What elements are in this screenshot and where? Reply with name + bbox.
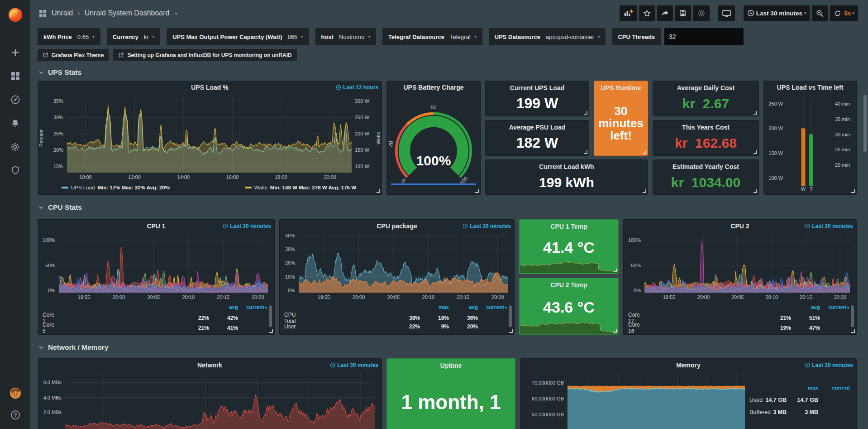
y-axis-unit: Watts [376,129,381,148]
chevron-down-icon [38,70,44,75]
memory-chart[interactable] [568,373,745,429]
star-button[interactable] [639,5,655,21]
variable-currency[interactable]: Currency kr ▾ [107,28,160,45]
link-ups-monitoring-guide[interactable]: Setting up Grafana and InfluxDB for UPS … [113,49,296,61]
external-link-icon [43,52,48,58]
breadcrumb-root[interactable]: Unraid [52,9,73,17]
add-icon[interactable] [10,47,21,58]
legend-scrollbar[interactable] [269,305,272,327]
server-admin-shield-icon[interactable] [10,164,21,176]
x-axis: 19:5520:0020:0520:1020:1520:20 [299,293,508,302]
legend-col-avg[interactable]: avg [791,304,820,310]
legend-scrollbar[interactable] [851,305,854,327]
share-button[interactable] [657,5,673,21]
section-network-memory[interactable]: Network / Memory [38,342,857,353]
panel-time-override[interactable]: Last 30 minutes [805,223,853,229]
refresh-picker[interactable]: 5s ▾ [830,5,858,21]
legend-ups-load[interactable]: UPS Load Min: 17% Max: 32% Avg: 20% [62,185,170,190]
clock-icon [330,362,335,368]
variable-kwh-price[interactable]: kWh Price 0.65 ▾ [38,28,100,45]
stat-value: 199 kWh [486,170,648,194]
panel-title[interactable]: UPS Battery Charge [387,81,480,94]
clock-icon [805,223,810,229]
legend-row[interactable]: Used14.7 GB14.7 GB [749,394,850,406]
panel-time-override[interactable]: Last 30 minutes [805,362,853,368]
dashboards-icon[interactable] [10,70,21,82]
y-axis-left: 35%30%25%20%15% [38,95,67,173]
y-axis-left: 250 W200 W150 W100 W [764,95,787,194]
legend-row[interactable]: User22%9%20% [284,322,507,332]
panel-time-override[interactable]: Last 30 minutes [463,223,511,229]
stat-value: kr 2.67 [653,92,758,116]
legend-row[interactable]: CPU Total38%18%36% [284,312,507,322]
caret-down-icon: ▾ [368,34,370,39]
cycle-view-monitor-button[interactable] [718,5,735,21]
legend-col-avg[interactable]: avg [449,304,478,310]
cpu-package-legend: maxavgcurrent ▾CPU Total38%18%36%User22%… [280,302,514,334]
network-chart[interactable] [65,373,375,429]
configuration-gear-icon[interactable] [10,141,21,153]
help-icon[interactable]: ? [10,409,21,421]
variable-telegraf-datasource[interactable]: Telegraf Datasource Telegraf ▾ [382,28,482,45]
variable-ups-max-output[interactable]: UPS Max Output Power Capacity (Watt) 865… [167,28,309,45]
y-axis-left: 100%50%0% [38,234,59,293]
breadcrumb-caret-icon[interactable]: ▾ [175,11,177,16]
clock-icon [223,223,228,229]
legend-col-current[interactable]: current ▾ [820,304,849,310]
section-cpu-stats[interactable]: CPU Stats [38,202,857,213]
page-scrollbar[interactable] [863,95,867,152]
cpu1-chart[interactable] [59,234,268,293]
zoom-out-button[interactable] [812,5,828,21]
clock-icon [336,85,341,90]
legend-row[interactable]: Buffered3 MB3 MB [749,406,850,418]
variable-ups-datasource[interactable]: UPS Datasource apcupsd-container ▾ [489,28,606,45]
panel-title[interactable]: UPS Load % [38,81,382,94]
legend-watts[interactable]: Watts Min: 148 W Max: 278 W Avg: 175 W [245,185,356,190]
legend-col-max[interactable]: max [420,304,449,310]
legend-row[interactable]: Core 521%41% [43,322,267,332]
panel-title[interactable]: UPS Load vs Time left [764,81,856,94]
alerting-bell-icon[interactable] [10,117,21,129]
save-button[interactable] [675,5,691,21]
svg-text:50: 50 [430,104,437,110]
cpu2-chart[interactable] [644,234,850,293]
load-vs-time-chart[interactable] [787,95,832,194]
stat-value: 199 W [486,92,589,116]
time-range-picker[interactable]: Last 30 minutes ▾ [744,5,810,21]
breadcrumb-current[interactable]: Unraid System Dashboard [85,9,170,17]
panel-cpu1-temp: CPU 1 Temp 41.4 °C [519,219,619,274]
y-axis-left: 40%30%20%10%0% [280,234,299,293]
panel-uptime: Uptime 1 month, 1 [386,358,515,429]
legend-scrollbar[interactable] [509,305,512,327]
add-panel-button[interactable] [620,5,637,21]
legend-col-avg[interactable]: avg [209,304,238,310]
panel-time-override[interactable]: Last 30 minutes [330,362,378,368]
cpu-threads-input[interactable] [664,28,744,45]
cpu2-temp-sparkline [520,317,618,334]
legend-row[interactable]: Core 122%42% [43,312,267,322]
legend-col-max[interactable]: max [787,385,818,390]
settings-gear-button[interactable] [693,5,710,21]
dashboard-grid-icon[interactable] [38,9,47,18]
panel-this-years-cost: This Years Cost kr 162.68 [653,120,759,156]
legend-col-current[interactable]: current ▾ [478,304,507,310]
section-ups-stats[interactable]: UPS Stats [38,67,857,78]
legend-col-current[interactable]: current [818,385,850,390]
cpu-package-chart[interactable] [299,234,508,293]
legend-row[interactable]: Core 1619%47% [628,322,849,332]
explore-compass-icon[interactable] [10,94,21,106]
panel-ups-runtime: UPS Runtime 30 minutes left! [594,81,648,156]
x-axis: WT [787,184,832,192]
grafana-logo-icon[interactable] [5,4,26,25]
panel-network: Network Last 30 minutes 6.0 MBs4.0 MBs2.… [38,358,382,429]
panel-time-override[interactable]: Last 30 minutes [223,223,271,229]
link-grafana-plex-theme[interactable]: Grafana Plex Theme [38,49,109,61]
legend-row[interactable]: Core 1721%51% [628,312,849,322]
user-avatar[interactable] [10,387,21,399]
legend-col-current[interactable]: current ▾ [238,304,267,310]
chevron-down-icon [38,205,44,210]
sidebar: ? [0,0,30,429]
variable-host[interactable]: host Nostromo ▾ [315,28,376,45]
panel-time-override[interactable]: Last 12 hours [336,84,378,91]
ups-load-chart[interactable] [67,95,352,173]
